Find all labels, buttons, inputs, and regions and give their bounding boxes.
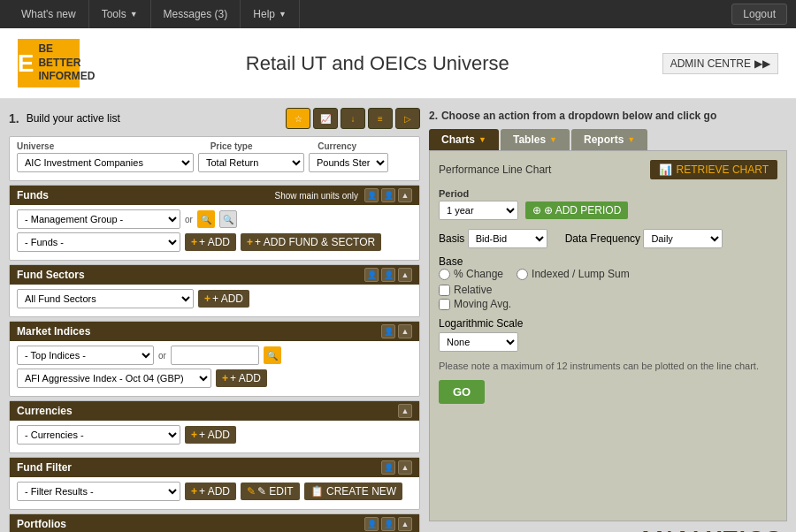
nav-messages-label: Messages (3) xyxy=(164,8,228,20)
header: FE BE BETTER INFORMED Retail UT and OEIC… xyxy=(0,28,796,99)
indexed-radio[interactable]: Indexed / Lump Sum xyxy=(517,268,630,280)
fund-filter-icon-1[interactable]: 👤 xyxy=(381,460,395,475)
nav-help-arrow: ▼ xyxy=(279,10,287,19)
fund-filter-content: - Filter Results - ++ ADD ✎✎ EDIT 📋 CREA… xyxy=(10,477,419,509)
universe-box: Universe Price type Currency AIC Investm… xyxy=(9,136,420,181)
period-section: Period 1 year ⊕ ⊕ ADD PERIOD xyxy=(439,188,777,220)
go-button[interactable]: GO xyxy=(439,380,485,404)
fund-sectors-collapse[interactable]: ▲ xyxy=(398,268,412,282)
currencies-collapse[interactable]: ▲ xyxy=(398,404,412,418)
fund-filter-label: Fund Filter xyxy=(17,461,72,474)
funds-select[interactable]: - Funds - xyxy=(17,232,180,252)
fund-sectors-box: Fund Sectors 👤 👤 ▲ All Fund Sectors ++ A… xyxy=(9,264,420,317)
moving-avg-label: Moving Avg. xyxy=(454,298,511,310)
analytics-label: ANALYTICS xyxy=(638,526,783,532)
fund-sectors-icon-2[interactable]: 👤 xyxy=(381,268,395,282)
market-indices-search-input[interactable] xyxy=(171,346,259,365)
admin-centre-button[interactable]: ADMIN CENTRE ▶▶ xyxy=(662,53,778,74)
logout-button[interactable]: Logout xyxy=(731,4,787,25)
fund-sectors-icon-1[interactable]: 👤 xyxy=(364,268,379,282)
portfolios-label: Portfolios xyxy=(17,518,66,530)
funds-icon-2[interactable]: 👤 xyxy=(381,188,395,202)
relative-checkbox[interactable] xyxy=(439,285,450,296)
currencies-add-btn[interactable]: ++ ADD xyxy=(185,426,236,444)
logo-fe-text: FE xyxy=(3,49,34,78)
tab-tables[interactable]: Tables ▼ xyxy=(501,129,570,150)
fund-filter-create-btn[interactable]: 📋 CREATE NEW xyxy=(304,483,402,500)
price-type-select[interactable]: Total Return xyxy=(198,153,304,172)
pct-change-radio[interactable]: % Change xyxy=(439,268,503,280)
data-freq-select[interactable]: Daily xyxy=(643,229,723,248)
nav-tools[interactable]: Tools ▼ xyxy=(89,0,151,28)
fund-sectors-label: Fund Sectors xyxy=(17,269,85,281)
tab-reports[interactable]: Reports ▼ xyxy=(571,129,647,150)
funds-add-btn[interactable]: ++ ADD xyxy=(185,233,236,251)
portfolios-icon-1[interactable]: 👤 xyxy=(364,517,379,531)
currencies-select[interactable]: - Currencies - xyxy=(17,425,180,445)
tagline-2: BETTER xyxy=(38,57,95,71)
toolbar-icon-1[interactable]: ☆ xyxy=(286,108,310,129)
nav-help[interactable]: Help ▼ xyxy=(241,0,300,28)
currencies-add-label: + ADD xyxy=(199,429,230,441)
funds-show-main: Show main units only xyxy=(275,191,359,201)
period-select[interactable]: 1 year xyxy=(439,201,518,220)
funds-icon-1[interactable]: 👤 xyxy=(364,188,379,202)
funds-collapse[interactable]: ▲ xyxy=(398,188,412,202)
moving-avg-checkbox[interactable] xyxy=(439,299,450,310)
fund-filter-edit-btn[interactable]: ✎✎ EDIT xyxy=(241,483,300,500)
logo-area: FE BE BETTER INFORMED xyxy=(18,39,93,87)
funds-search-btn-2[interactable]: 🔍 xyxy=(219,210,237,228)
relative-checkbox-row[interactable]: Relative xyxy=(439,284,777,296)
data-freq-label: Data Frequency xyxy=(565,232,640,245)
fund-filter-add-btn[interactable]: ++ ADD xyxy=(185,483,236,500)
moving-avg-checkbox-row[interactable]: Moving Avg. xyxy=(439,298,777,310)
fund-filter-collapse[interactable]: ▲ xyxy=(398,460,412,475)
portfolios-icon-2[interactable]: 👤 xyxy=(381,517,395,531)
add-period-button[interactable]: ⊕ ⊕ ADD PERIOD xyxy=(525,201,628,219)
fund-sectors-add-btn[interactable]: ++ ADD xyxy=(198,290,249,308)
retrieve-chart-icon: 📊 xyxy=(659,163,672,176)
market-indices-select[interactable]: AFI Aggressive Index - Oct 04 (GBP) xyxy=(17,369,211,388)
page-title: Retail UT and OEICs Universe xyxy=(93,52,662,75)
fund-filter-create-label: 📋 CREATE NEW xyxy=(310,485,396,498)
step2-header: 2. Choose an action from a dropdown belo… xyxy=(429,108,787,122)
market-indices-icon-1[interactable]: 👤 xyxy=(381,324,395,338)
management-group-select[interactable]: - Management Group - xyxy=(17,209,180,229)
basis-select[interactable]: Bid-Bid xyxy=(468,229,547,248)
toolbar-icon-2[interactable]: 📈 xyxy=(313,108,338,129)
retrieve-chart-label: RETRIEVE CHART xyxy=(677,163,769,176)
nav-tools-arrow: ▼ xyxy=(130,10,138,19)
pct-change-input[interactable] xyxy=(439,269,450,280)
toolbar-icon-4[interactable]: ≡ xyxy=(368,108,393,129)
indexed-input[interactable] xyxy=(517,269,528,280)
period-row: 1 year ⊕ ⊕ ADD PERIOD xyxy=(439,201,777,220)
top-indices-select[interactable]: - Top Indices - xyxy=(17,346,154,365)
market-indices-collapse[interactable]: ▲ xyxy=(398,324,412,338)
currency-select[interactable]: Pounds Sterling xyxy=(309,153,388,172)
currencies-content: - Currencies - ++ ADD xyxy=(10,421,419,452)
logo-tagline: BE BETTER INFORMED xyxy=(38,42,95,84)
toolbar-icon-5[interactable]: ▷ xyxy=(395,108,420,129)
fund-sectors-content: All Fund Sectors ++ ADD xyxy=(10,285,419,316)
funds-search-btn-1[interactable]: 🔍 xyxy=(197,210,215,228)
tab-charts[interactable]: Charts ▼ xyxy=(429,129,499,150)
tab-charts-arrow: ▼ xyxy=(478,135,486,144)
market-indices-add-btn[interactable]: ++ ADD xyxy=(216,369,267,387)
currency-col-label: Currency xyxy=(318,141,412,151)
all-fund-sectors-select[interactable]: All Fund Sectors xyxy=(17,289,194,308)
step2-text: Choose an action from a dropdown below a… xyxy=(441,110,716,122)
toolbar-icon-3[interactable]: ↓ xyxy=(341,108,365,129)
fund-sectors-add-label: + ADD xyxy=(212,293,243,305)
fund-filter-select[interactable]: - Filter Results - xyxy=(17,482,180,501)
portfolios-collapse[interactable]: ▲ xyxy=(398,517,412,531)
toolbar-icons: ☆ 📈 ↓ ≡ ▷ xyxy=(286,108,420,129)
nav-whats-new[interactable]: What's new xyxy=(9,0,89,28)
market-indices-title-bar: Market Indices 👤 ▲ xyxy=(10,322,419,341)
retrieve-chart-button[interactable]: 📊 RETRIEVE CHART xyxy=(650,160,777,179)
log-scale-select[interactable]: None xyxy=(439,332,518,352)
chart-note: Please note a maximum of 12 instruments … xyxy=(439,361,777,371)
nav-messages[interactable]: Messages (3) xyxy=(151,0,241,28)
funds-add-sector-btn[interactable]: ++ ADD FUND & SECTOR xyxy=(241,233,381,251)
universe-select[interactable]: AIC Investment Companies xyxy=(17,153,194,172)
market-indices-search-btn[interactable]: 🔍 xyxy=(264,346,281,364)
